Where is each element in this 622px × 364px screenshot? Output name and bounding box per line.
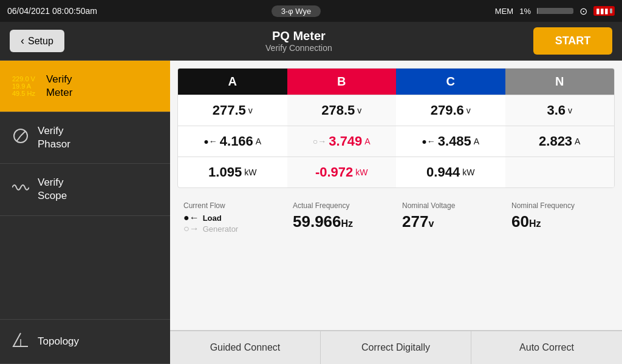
sidebar-item-label-verify-meter: VerifyMeter (46, 73, 72, 99)
voltage-n-unit: v (568, 106, 572, 115)
meter-info: 229.0 V 19.9 A 49.5 Hz (12, 75, 35, 97)
actual-freq-value: 59.966Hz (293, 212, 390, 231)
header-center: PQ Meter Verify Connection (265, 29, 332, 53)
current-a-unit: A (256, 136, 261, 146)
sidebar-item-label-verify-scope: VerifyScope (38, 176, 67, 203)
current-b-value: 3.749 (329, 133, 362, 149)
current-a-arrow: ●← (203, 136, 217, 146)
sidebar: 229.0 V 19.9 A 49.5 Hz VerifyMeter Verif… (0, 61, 170, 364)
voltage-a-unit: v (248, 106, 253, 115)
current-c: ●← 3.485A (396, 126, 505, 157)
current-c-value: 3.485 (438, 133, 471, 149)
nominal-voltage-block: Nominal Voltage 277v (396, 201, 505, 234)
nominal-voltage-label: Nominal Voltage (402, 201, 499, 210)
wifi-icon: ⊙ (579, 5, 587, 17)
current-c-arrow: ●← (422, 136, 435, 146)
voltage-n-value: 3.6 (547, 103, 566, 118)
mode-badge: 3-φ Wye (272, 5, 321, 17)
power-b-value: -0.972 (315, 164, 353, 180)
load-dot: ●← (183, 212, 199, 223)
page-subtitle: Verify Connection (265, 43, 332, 53)
power-a-value: 1.095 (208, 164, 242, 180)
guided-connect-button[interactable]: Guided Connect (170, 331, 321, 364)
voltage-a-value: 277.5 (213, 103, 246, 118)
generator-label: Generator (203, 224, 239, 234)
topology-icon (12, 332, 29, 351)
power-a: 1.095kW (178, 157, 287, 187)
sidebar-item-label-verify-phasor: VerifyPhasor (38, 124, 70, 151)
sidebar-item-verify-scope[interactable]: VerifyScope (0, 164, 170, 215)
mem-label: MEM (495, 7, 513, 16)
start-button[interactable]: START (533, 27, 612, 55)
col-a-header: A (178, 69, 287, 95)
nominal-freq-unit: Hz (529, 218, 541, 229)
sidebar-item-verify-phasor[interactable]: VerifyPhasor (0, 112, 170, 164)
page-title: PQ Meter (265, 29, 332, 43)
phasor-icon (12, 127, 29, 148)
content-area: A B C N 277.5v 278.5v 279.6v 3.6v (170, 61, 622, 364)
power-row: 1.095kW -0.972kW 0.944kW (178, 157, 614, 187)
correct-digitally-button[interactable]: Correct Digitally (321, 331, 471, 364)
datetime-label: 06/04/2021 08:00:50am (7, 6, 97, 16)
grid-table: A B C N 277.5v 278.5v 279.6v 3.6v (177, 68, 615, 188)
status-datetime: 06/04/2021 08:00:50am (7, 6, 97, 16)
power-b: -0.972kW (287, 157, 397, 187)
current-b-unit: A (364, 136, 370, 146)
power-c: 0.944kW (396, 157, 505, 187)
current-n-value: 2.823 (539, 133, 572, 149)
scope-icon (12, 181, 29, 197)
voltage-c: 279.6v (396, 95, 505, 126)
grid-header-row: A B C N (178, 69, 614, 95)
actual-freq-unit: Hz (341, 218, 354, 229)
load-line: ●← Load (183, 212, 281, 223)
bottom-buttons: Guided Connect Correct Digitally Auto Co… (170, 330, 622, 364)
sidebar-item-topology[interactable]: Topology (0, 319, 170, 364)
generator-dot: ○→ (183, 223, 199, 234)
nominal-freq-block: Nominal Frequency 60Hz (505, 201, 615, 234)
header: ‹ Setup PQ Meter Verify Connection START (0, 22, 622, 61)
sidebar-item-verify-meter[interactable]: 229.0 V 19.9 A 49.5 Hz VerifyMeter (0, 61, 170, 112)
mem-track (537, 8, 573, 14)
sidebar-spacer (0, 216, 170, 319)
current-flow-lines: ●← Load ○→ Generator (183, 212, 281, 234)
col-c-header: C (396, 69, 505, 95)
status-right: MEM 1% ⊙ ▮▮▮ (495, 5, 615, 17)
power-c-unit: kW (462, 167, 474, 177)
content-spacer (170, 240, 622, 330)
current-c-unit: A (474, 136, 479, 146)
nominal-voltage-number: 277 (402, 212, 428, 231)
power-b-unit: kW (355, 167, 367, 177)
actual-freq-label: Actual Frequency (293, 201, 390, 210)
voltage-c-value: 279.6 (431, 103, 464, 118)
voltage-c-unit: v (466, 106, 471, 115)
nominal-voltage-value: 277v (402, 212, 499, 231)
auto-correct-button[interactable]: Auto Correct (471, 331, 622, 364)
power-c-value: 0.944 (426, 164, 460, 180)
mem-fill (537, 8, 538, 14)
status-bar: 06/04/2021 08:00:50am 3-φ Wye MEM 1% ⊙ ▮… (0, 0, 622, 22)
info-row: Current Flow ●← Load ○→ Generator Actual… (170, 195, 622, 240)
voltage-n: 3.6v 123 (505, 95, 615, 126)
svg-line-2 (17, 136, 21, 141)
col-n-header: N (505, 69, 615, 95)
back-icon: ‹ (21, 35, 24, 47)
nominal-freq-value: 60Hz (511, 212, 609, 231)
main-area: 229.0 V 19.9 A 49.5 Hz VerifyMeter Verif… (0, 61, 622, 364)
current-info: 19.9 A (12, 83, 35, 90)
current-flow-label: Current Flow (183, 201, 281, 210)
voltage-b-value: 278.5 (321, 103, 355, 118)
current-b: ○→ 3.749A (287, 126, 397, 157)
actual-freq-block: Actual Frequency 59.966Hz (287, 201, 396, 234)
nominal-freq-label: Nominal Frequency (511, 201, 609, 210)
sidebar-item-label-topology: Topology (38, 335, 79, 348)
voltage-a: 277.5v (178, 95, 287, 126)
battery-icon: ▮▮▮ (593, 6, 615, 16)
current-n-unit: A (575, 136, 580, 146)
load-label: Load (203, 214, 222, 223)
generator-line: ○→ Generator (183, 223, 281, 234)
freq-info: 49.5 Hz (12, 90, 35, 97)
current-b-arrow: ○→ (313, 136, 326, 146)
svg-line-1 (21, 131, 26, 136)
mem-pct: 1% (519, 7, 531, 16)
setup-button[interactable]: ‹ Setup (10, 30, 64, 52)
